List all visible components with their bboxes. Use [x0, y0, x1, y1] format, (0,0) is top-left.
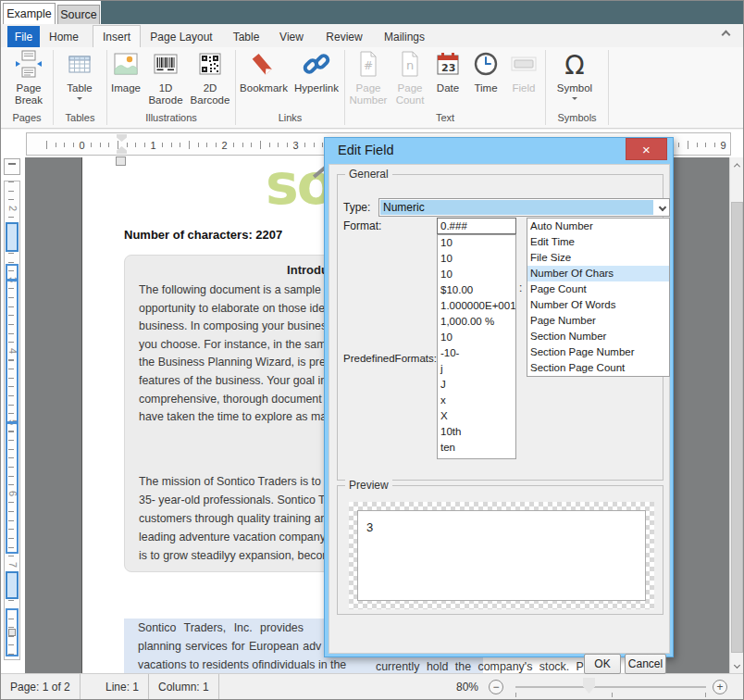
barcode-1d-button[interactable]: 1D Barode: [145, 49, 186, 110]
field-list-item[interactable]: Edit Time: [527, 234, 669, 250]
app-window: Example Source File Home Insert Page Lay…: [0, 0, 744, 700]
ok-button[interactable]: OK: [584, 654, 621, 674]
cancel-button[interactable]: Cancel: [625, 654, 666, 674]
format-list-item[interactable]: j: [438, 361, 515, 377]
field-list-item[interactable]: Auto Number: [527, 219, 669, 234]
chevron-up-icon: [722, 31, 731, 40]
format-list-item[interactable]: ten: [438, 440, 515, 456]
time-label: Time: [468, 82, 503, 94]
tab-stop-icon: [8, 163, 16, 165]
type-dropdown[interactable]: Numeric: [378, 198, 670, 217]
svg-text:n: n: [406, 58, 414, 72]
predefined-formats-list[interactable]: 101010$10.001.000000E+0011,000.00 %10-10…: [437, 234, 516, 459]
scroll-up-button[interactable]: [730, 157, 744, 173]
field-icon: [504, 49, 543, 82]
format-list-item[interactable]: tenth: [438, 456, 515, 459]
format-list-item[interactable]: 1,000.00 %: [438, 314, 515, 330]
type-label: Type:: [343, 201, 370, 214]
field-list-item[interactable]: File Size: [527, 250, 669, 266]
row-boundary: [7, 279, 17, 281]
format-list-item[interactable]: 1.000000E+001: [438, 298, 515, 314]
close-icon[interactable]: ×: [626, 138, 667, 160]
ribbon-tab-table[interactable]: Table: [228, 26, 265, 47]
barcode-2d-button[interactable]: 2D Barcode: [188, 49, 232, 110]
symbol-icon: Ω: [551, 49, 599, 82]
field-button[interactable]: Field: [504, 49, 543, 110]
zoom-tick: [515, 693, 516, 697]
zoom-in-button[interactable]: +: [713, 680, 727, 694]
hyperlink-button[interactable]: Hyperlink: [291, 49, 341, 110]
field-list-item[interactable]: Section Number: [527, 329, 669, 344]
vertical-scrollbar[interactable]: [729, 157, 743, 673]
char-count-field-line: Number of characters: 2207: [124, 228, 282, 242]
scroll-down-button[interactable]: [730, 657, 744, 673]
zoom-percentage: 80%: [456, 681, 478, 694]
page-break-button[interactable]: Page Break: [8, 49, 49, 110]
scrollbar-thumb[interactable]: [731, 202, 743, 653]
ribbon-tab-page-layout[interactable]: Page Layout: [149, 26, 214, 47]
group-caption-links: Links: [236, 112, 344, 123]
ribbon-tab-home[interactable]: Home: [45, 26, 82, 47]
separator-colon: :: [519, 281, 522, 294]
field-list-item[interactable]: Page Number: [527, 313, 669, 329]
tab-stop-selector[interactable]: [4, 158, 20, 175]
ribbon-tab-file[interactable]: File: [7, 26, 40, 47]
zoom-slider-thumb[interactable]: [583, 678, 595, 694]
format-list-item[interactable]: -10-: [438, 345, 515, 361]
field-list-item[interactable]: Section Page Count: [527, 360, 669, 376]
time-button[interactable]: Time: [468, 49, 503, 110]
document-tabs-bar: Example Source: [1, 1, 743, 24]
date-label: Date: [430, 82, 465, 94]
status-column-indicator: Column: 1: [149, 674, 219, 699]
format-list-item[interactable]: x: [438, 393, 515, 408]
ribbon-tab-insert[interactable]: Insert: [93, 25, 141, 47]
image-button[interactable]: Image: [106, 49, 145, 110]
ruler-row-highlight: [6, 571, 19, 599]
bookmark-button[interactable]: Bookmark: [240, 49, 288, 110]
format-list-item[interactable]: 10: [438, 330, 515, 345]
format-label: Format:: [343, 219, 381, 232]
field-list-item[interactable]: Page Count: [527, 281, 669, 297]
page-number-button[interactable]: # Page Number: [347, 49, 390, 110]
left-indent-marker[interactable]: [116, 156, 126, 166]
preview-groupbox: Preview 3: [337, 485, 663, 615]
field-type-list[interactable]: Auto NumberEdit TimeFile SizeNumber Of C…: [527, 218, 670, 377]
row-resize-handle[interactable]: [8, 629, 16, 636]
field-list-item[interactable]: Number Of Words: [527, 297, 669, 313]
group-caption-symbols: Symbols: [546, 112, 608, 123]
field-list-item[interactable]: Number Of Chars: [527, 266, 669, 281]
date-button[interactable]: 23 Date: [430, 49, 465, 110]
ribbon-tab-view[interactable]: View: [275, 26, 308, 47]
general-groupbox: General Type: Numeric Format: 0.### 1010…: [337, 174, 663, 481]
page-break-label: Page Break: [8, 82, 49, 106]
format-list-item[interactable]: 10th: [438, 424, 515, 440]
format-list-item[interactable]: 10: [438, 251, 515, 267]
format-list-item[interactable]: X: [438, 408, 515, 424]
page-count-button[interactable]: n Page Count: [390, 49, 430, 110]
ribbon-tab-mailings[interactable]: Mailings: [380, 26, 428, 47]
doc-tab-source[interactable]: Source: [57, 5, 100, 24]
format-list-item[interactable]: J: [438, 377, 515, 393]
ribbon-body: Page Break Pages Table Tables Image: [1, 47, 743, 129]
format-input[interactable]: 0.###: [437, 218, 516, 234]
symbol-button[interactable]: Ω Symbol: [551, 49, 599, 110]
format-list-item[interactable]: 10: [438, 267, 515, 282]
barcode-1d-icon: [145, 49, 186, 82]
general-legend: General: [345, 168, 392, 181]
table-button[interactable]: Table: [58, 49, 101, 110]
ruler-row-outline: [6, 608, 19, 656]
zoom-out-button[interactable]: −: [489, 680, 503, 694]
zoom-slider-track[interactable]: [515, 686, 706, 688]
ribbon-tab-review[interactable]: Review: [322, 26, 366, 47]
format-list-item[interactable]: $10.00: [438, 282, 515, 298]
ribbon-collapse-button[interactable]: [723, 31, 734, 41]
format-list-item[interactable]: 10: [438, 235, 515, 251]
dropdown-caret-icon: [77, 97, 82, 103]
hyperlink-icon: [291, 49, 341, 82]
symbol-label: Symbol: [551, 82, 599, 94]
predefined-formats-label: PredefinedFormats:: [343, 353, 437, 364]
vertical-ruler[interactable]: 234567: [4, 181, 20, 660]
field-list-item[interactable]: Section Page Number: [527, 344, 669, 360]
hyperlink-label: Hyperlink: [291, 82, 341, 94]
doc-tab-example[interactable]: Example: [3, 3, 56, 24]
